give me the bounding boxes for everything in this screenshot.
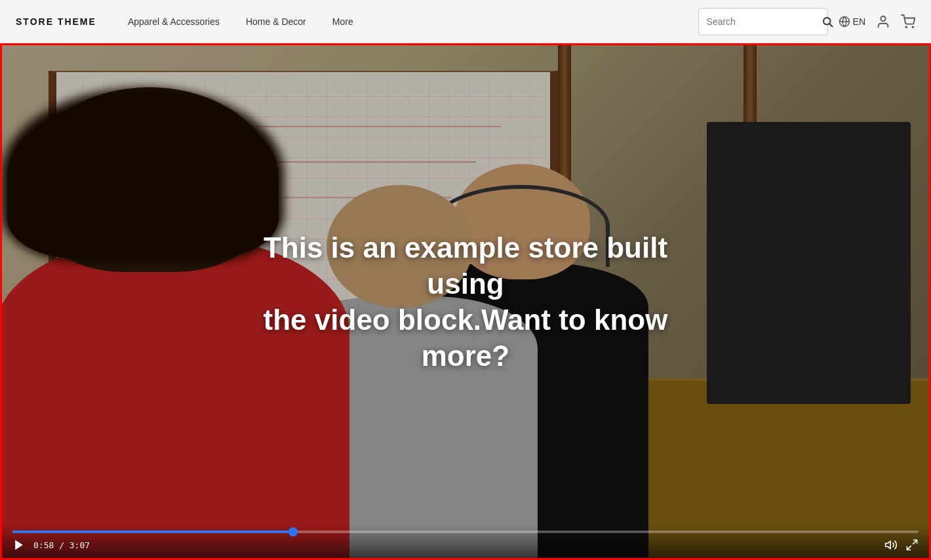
svg-point-6 [912,26,913,28]
store-logo: STORE THEME [16,16,96,27]
nav-item-more[interactable]: More [322,11,364,32]
language-button[interactable]: EN [839,16,865,28]
svg-marker-7 [15,540,23,550]
volume-button[interactable] [884,538,898,551]
video-controls: 0:58 / 3:07 [2,525,929,558]
svg-point-4 [881,16,885,20]
cart-icon [901,14,915,29]
fullscreen-icon [905,538,919,551]
video-background: Ex. Builder [2,45,929,558]
play-icon [12,538,26,551]
globe-icon [839,16,850,28]
search-input[interactable] [707,16,822,27]
account-button[interactable] [876,14,890,29]
fullscreen-button[interactable] [905,538,919,551]
controls-row: 0:58 / 3:07 [12,538,919,551]
video-overlay [2,45,929,558]
user-icon [876,14,890,29]
svg-line-9 [913,540,917,544]
language-label: EN [853,16,865,27]
svg-marker-8 [886,541,891,549]
svg-point-5 [905,26,907,28]
header: STORE THEME Apparel & Accessories Home &… [0,0,931,43]
search-bar[interactable] [698,8,828,35]
search-button[interactable] [822,16,833,28]
header-right: EN [698,8,915,35]
video-section[interactable]: Ex. Builder [0,43,931,560]
progress-fill [12,530,293,533]
svg-line-10 [907,546,911,550]
volume-icon [884,538,898,551]
progress-bar[interactable] [12,530,919,533]
nav-item-apparel[interactable]: Apparel & Accessories [117,11,230,32]
play-button[interactable] [12,538,26,551]
main-nav: Apparel & Accessories Home & Decor More [117,11,698,32]
progress-knob[interactable] [288,527,298,536]
svg-line-1 [829,24,832,26]
cart-button[interactable] [901,14,915,29]
nav-item-home-decor[interactable]: Home & Decor [235,11,317,32]
controls-left: 0:58 / 3:07 [12,538,90,551]
time-display: 0:58 / 3:07 [33,540,90,550]
controls-right [884,538,919,551]
